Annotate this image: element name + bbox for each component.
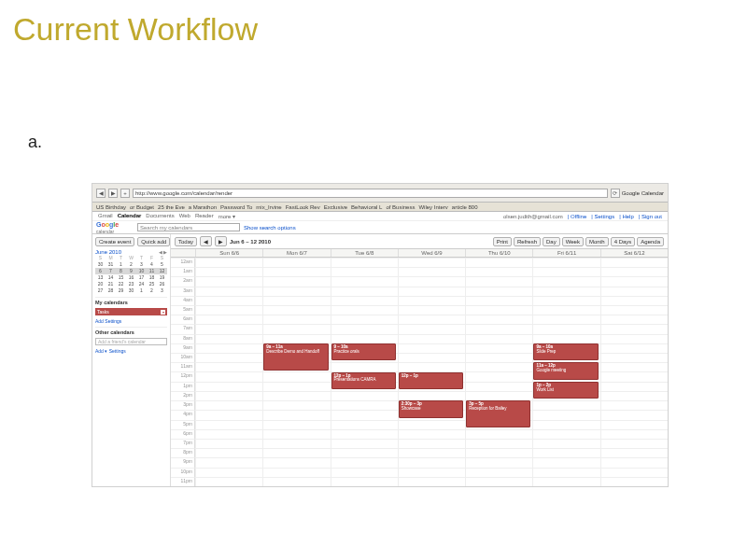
mini-cal-day[interactable]: 3 [136,261,147,268]
mini-cal-day[interactable]: 3 [157,287,167,294]
mini-cal-day[interactable]: 2 [126,261,136,268]
search-input[interactable]: Search my calendars [137,223,240,231]
next-week-button[interactable]: ▶ [215,236,227,246]
bookmark-item[interactable]: article 800 [452,204,478,210]
gbar-link[interactable]: Gmail [98,213,113,219]
gbar-link[interactable]: Web [179,213,190,219]
calendar-event[interactable]: 12p – 1pPresentations CAMRA [331,372,396,389]
forward-button[interactable]: ▶ [108,189,118,198]
mini-cal-day[interactable]: 29 [116,287,126,294]
mini-cal-day[interactable]: 11 [147,268,157,274]
print-button[interactable]: Print [493,237,512,246]
mini-cal-day[interactable]: 25 [147,281,157,287]
add-button[interactable]: + [120,189,130,198]
mini-cal-day[interactable]: 23 [126,281,136,287]
mini-cal-day[interactable]: 24 [136,281,147,287]
mini-cal-day[interactable]: 2 [147,287,157,294]
mini-cal-dow: W [126,255,136,261]
mini-cal-day[interactable]: 20 [95,281,106,287]
calendar-event[interactable]: 9a – 10aSlide Prep [533,343,598,360]
calendar-event[interactable]: 1p – 2pWork List [533,382,598,399]
gbar-link[interactable]: Documents [146,213,174,219]
address-bar[interactable]: http://www.google.com/calendar/render [133,189,608,198]
gbar-link[interactable]: Reader [195,213,214,219]
sidebar: Create event Quick add June 2010 ◀ ▶ SMT… [92,234,171,486]
view-4days-button[interactable]: 4 Days [611,237,636,246]
day-header: Mon 6/7 [262,249,330,257]
bookmark-item[interactable]: Exclusive [324,204,347,210]
mini-cal-day[interactable]: 31 [106,261,116,268]
mini-cal-day[interactable]: 1 [116,261,126,268]
calendar-main: Today ◀ ▶ Jun 6 – 12 2010 PrintRefreshDa… [171,234,668,486]
account-link[interactable]: | Settings [591,214,614,219]
refresh-button[interactable]: Refresh [514,237,541,246]
mini-cal-day[interactable]: 30 [126,287,136,294]
mini-cal-day[interactable]: 26 [157,281,167,287]
bookmark-item[interactable]: mix_Irvine [256,204,281,210]
bookmark-item[interactable]: Behavioral L [351,204,382,210]
mini-cal-day[interactable]: 6 [95,268,106,274]
calendar-event[interactable]: 2:30p – 3pShowcase [399,400,463,417]
calendar-event[interactable]: 9 – 10aPractice orals [331,343,396,360]
mini-cal-day[interactable]: 5 [157,261,167,268]
bookmark-item[interactable]: 25 the Eve [158,204,185,210]
mini-cal-day[interactable]: 1 [136,287,147,294]
quick-add-button[interactable]: Quick add [137,237,170,246]
calendar-event[interactable]: 11a – 12pGoogle meeting [533,362,598,379]
sidebar-link[interactable]: Add ▾ [95,348,109,354]
mini-calendar[interactable]: June 2010 ◀ ▶ SMTWTFS3031123456789101112… [95,249,167,294]
account-link[interactable]: | Help [619,214,634,219]
mini-cal-day[interactable]: 9 [126,268,136,274]
today-button[interactable]: Today [175,237,197,246]
mini-cal-day[interactable]: 28 [106,287,116,294]
view-agenda-button[interactable]: Agenda [637,237,664,246]
gbar-link[interactable]: more ▾ [218,213,235,219]
mini-cal-day[interactable]: 13 [95,274,106,281]
calendar-event[interactable]: 9a – 11aDescribe Demo and Handoff [263,343,328,371]
bookmark-item[interactable]: Wiley Interv [418,204,447,210]
mini-cal-day[interactable]: 19 [157,274,167,281]
calendar-event[interactable]: 3p – 5pReception for Bailey [466,400,530,427]
mini-cal-day[interactable]: 27 [95,287,106,294]
bookmark-item[interactable]: of Business [386,204,415,210]
add-friend-calendar-input[interactable]: Add a friend's calendar [95,338,167,345]
mini-cal-day[interactable]: 7 [106,268,116,274]
mini-cal-day[interactable]: 10 [136,268,147,274]
mini-cal-day[interactable]: 12 [157,268,167,274]
mini-cal-day[interactable]: 4 [147,261,157,268]
mini-cal-day[interactable]: 16 [126,274,136,281]
mini-cal-day[interactable]: 15 [116,274,126,281]
bookmark-item[interactable]: FastLook Rev [286,204,320,210]
mini-cal-dow: M [106,255,116,261]
mini-cal-day[interactable]: 21 [106,281,116,287]
mini-cal-day[interactable]: 17 [136,274,147,281]
back-button[interactable]: ◀ [96,189,106,198]
calendar-event[interactable]: 12p – 1p [399,372,463,389]
view-day-button[interactable]: Day [543,237,560,246]
reload-button[interactable]: ⟳ [611,189,620,198]
account-link[interactable]: | Offline [568,214,586,219]
calendar-tag[interactable]: Tasks▾ [95,308,167,315]
search-options-link[interactable]: Show search options [244,225,296,231]
mini-cal-day[interactable]: 8 [116,268,126,274]
create-event-button[interactable]: Create event [95,237,134,246]
bookmark-item[interactable]: or Budget [130,204,154,210]
bookmark-item[interactable]: a Marathon [189,204,217,210]
mini-cal-day[interactable]: 18 [147,274,157,281]
view-month-button[interactable]: Month [585,237,609,246]
account-link[interactable]: | Sign out [639,214,662,219]
sidebar-link[interactable]: Settings [109,348,126,354]
mini-cal-day[interactable]: 14 [106,274,116,281]
gbar-link[interactable]: Calendar [118,213,142,219]
prev-week-button[interactable]: ◀ [200,236,212,246]
view-week-button[interactable]: Week [562,237,584,246]
bookmark-item[interactable]: US Birthday [96,204,126,210]
day-header: Wed 6/9 [398,249,465,257]
bookmark-item[interactable]: Password To [220,204,252,210]
date-range-label: Jun 6 – 12 2010 [230,239,271,245]
mini-cal-day[interactable]: 22 [116,281,126,287]
sidebar-link[interactable]: Add [95,318,105,324]
mini-cal-dow: F [147,255,157,261]
sidebar-link[interactable]: Settings [105,318,121,324]
mini-cal-day[interactable]: 30 [95,261,106,268]
